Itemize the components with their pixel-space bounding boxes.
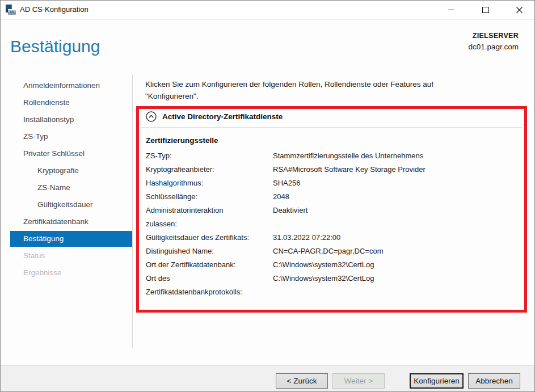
summary-label: Ort der Zertifikatdatenbank:	[146, 258, 273, 272]
sidebar-divider	[132, 74, 133, 348]
close-icon	[516, 7, 523, 13]
summary-value: CN=CA-PAGR,DC=pagr,DC=com	[273, 245, 523, 258]
summary-value: SHA256	[273, 176, 523, 190]
summary-row-kryptografieanbieter: Kryptografieanbieter: RSA#Microsoft Soft…	[146, 163, 523, 176]
summary-value: Stammzertifizierungsstelle des Unternehm…	[273, 149, 523, 163]
maximize-button[interactable]	[473, 1, 499, 19]
summary-table: ZS-Typ: Stammzertifizierungsstelle des U…	[146, 149, 523, 299]
nav-item-status: Status	[1, 247, 132, 264]
configure-button[interactable]: Konfigurieren	[410, 373, 464, 389]
next-button: Weiter >	[332, 373, 385, 389]
summary-label: Administratorinteraktion zulassen:	[146, 204, 273, 231]
summary-row-gueltigkeitsdauer: Gültigkeitsdauer des Zertifikats: 31.03.…	[146, 231, 523, 245]
instruction-line-1: Klicken Sie zum Konfigurieren der folgen…	[145, 80, 433, 88]
nav-item-kryptografie[interactable]: Kryptografie	[1, 162, 132, 179]
summary-value: 31.03.2022 07:22:00	[273, 231, 523, 245]
nav-item-installationstyp[interactable]: Installationstyp	[1, 111, 132, 128]
window-title: AD CS-Konfiguration	[20, 5, 89, 14]
maximize-icon	[482, 7, 489, 13]
instruction-line-2: "Konfigurieren".	[145, 92, 199, 100]
target-server-name: dc01.pagr.com	[468, 43, 519, 51]
section-header: Active Directory-Zertifikatdienste	[146, 111, 283, 122]
nav-item-anmeldeinformationen[interactable]: Anmeldeinformationen	[1, 77, 132, 94]
summary-value: Deaktiviert	[273, 204, 523, 217]
minimize-icon	[448, 10, 454, 10]
summary-label: Kryptografieanbieter:	[146, 163, 273, 176]
title-bar: AD CS-Konfiguration	[1, 1, 534, 20]
section-divider	[141, 128, 522, 128]
wizard-step-nav: Anmeldeinformationen Rollendienste Insta…	[1, 77, 132, 281]
close-button[interactable]	[506, 1, 532, 19]
summary-label: Hashalgorithmus:	[146, 176, 273, 190]
minimize-button[interactable]	[438, 1, 464, 19]
summary-value: RSA#Microsoft Software Key Storage Provi…	[273, 163, 523, 176]
nav-item-privater-schluessel[interactable]: Privater Schlüssel	[1, 145, 132, 162]
summary-row-zs-typ: ZS-Typ: Stammzertifizierungsstelle des U…	[146, 149, 523, 163]
summary-group-title: Zertifizierungsstelle	[146, 136, 218, 145]
collapse-section-button[interactable]	[146, 111, 157, 122]
summary-label: ZS-Typ:	[146, 149, 273, 163]
summary-label: Schlüssellänge:	[146, 190, 273, 204]
summary-value: C:\Windows\system32\CertLog	[273, 258, 523, 272]
summary-row-ort-protokoll: Ort des Zertifikatdatenbankprotokolls: C…	[146, 272, 523, 299]
chevron-up-icon	[146, 111, 157, 122]
target-server-label: ZIELSERVER	[468, 32, 519, 40]
summary-label: Gültigkeitsdauer des Zertifikats:	[146, 231, 273, 245]
summary-label: Distinguished Name:	[146, 245, 273, 258]
summary-row-distinguished-name: Distinguished Name: CN=CA-PAGR,DC=pagr,D…	[146, 245, 523, 258]
back-button[interactable]: < Zurück	[276, 373, 328, 389]
nav-item-ergebnisse: Ergebnisse	[1, 264, 132, 281]
instruction-text: Klicken Sie zum Konfigurieren der folgen…	[145, 78, 531, 102]
summary-row-hashalgorithmus: Hashalgorithmus: SHA256	[146, 176, 523, 190]
nav-item-zs-name[interactable]: ZS-Name	[1, 179, 132, 196]
summary-value: 2048	[273, 190, 523, 204]
target-server-block: ZIELSERVER dc01.pagr.com	[468, 32, 519, 51]
nav-item-bestaetigung-selected[interactable]: Bestätigung	[10, 231, 132, 247]
app-icon	[5, 4, 18, 16]
nav-item-zs-typ[interactable]: ZS-Typ	[1, 128, 132, 145]
page-title: Bestätigung	[10, 37, 100, 56]
summary-row-ort-zertifikatdatenbank: Ort der Zertifikatdatenbank: C:\Windows\…	[146, 258, 523, 272]
nav-item-gueltigkeitsdauer[interactable]: Gültigkeitsdauer	[1, 196, 132, 213]
summary-row-administratorinteraktion: Administratorinteraktion zulassen: Deakt…	[146, 204, 523, 231]
section-title: Active Directory-Zertifikatdienste	[162, 112, 283, 121]
summary-label: Ort des Zertifikatdatenbankprotokolls:	[146, 272, 273, 299]
summary-value: C:\Windows\system32\CertLog	[273, 272, 523, 285]
nav-item-rollendienste[interactable]: Rollendienste	[1, 94, 132, 111]
cancel-button[interactable]: Abbrechen	[468, 373, 520, 389]
adcs-configuration-window: AD CS-Konfiguration Bestätigung ZIELSERV…	[0, 0, 535, 392]
summary-row-schluessellaenge: Schlüssellänge: 2048	[146, 190, 523, 204]
nav-item-zertifikatdatenbank[interactable]: Zertifikatdatenbank	[1, 213, 132, 230]
